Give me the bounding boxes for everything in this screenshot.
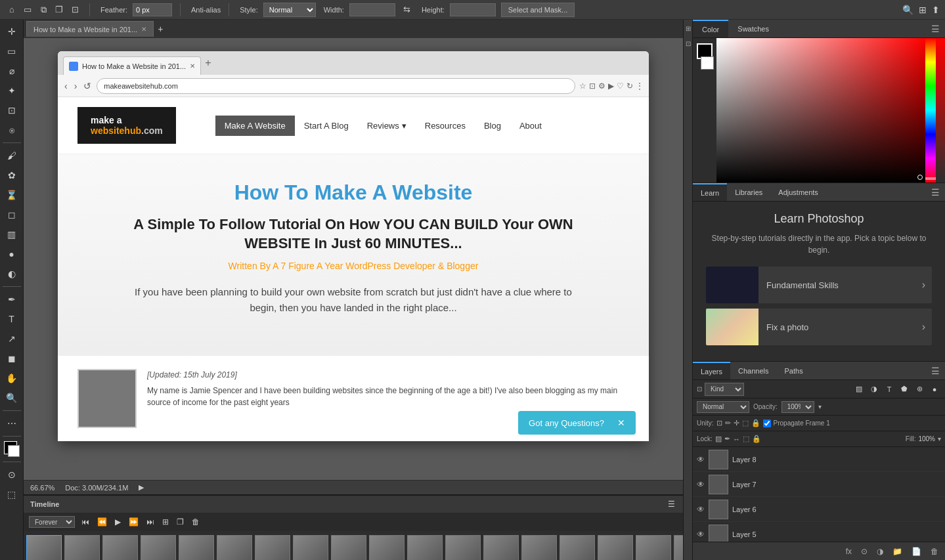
crop-tool[interactable]: ⊡ (3, 101, 21, 119)
layers-kind-select[interactable]: Kind (705, 383, 744, 396)
alpha-slider[interactable] (936, 38, 945, 183)
path-selection-tool[interactable]: ↗ (3, 330, 21, 348)
opacity-expand-icon[interactable]: ▾ (818, 403, 822, 410)
layer-row-2[interactable]: 👁 Layer 7 (693, 472, 945, 497)
timeline-frame-14[interactable]: 0.08s▾ (521, 535, 557, 560)
hand-tool[interactable]: ✋ (3, 369, 21, 387)
rectangle-select-tool[interactable]: ▭ (3, 42, 21, 60)
timeline-frame-9[interactable]: 0.08s▾ (331, 535, 366, 560)
chat-close-icon[interactable]: ✕ (617, 418, 625, 428)
bookmark-icon[interactable]: ☆ (579, 81, 586, 91)
lock-move-icon[interactable]: ↔ (733, 435, 740, 443)
extension3-icon[interactable]: ♡ (617, 81, 624, 91)
color-panel-menu[interactable]: ☰ (926, 24, 945, 34)
gradient-tool[interactable]: ▥ (3, 225, 21, 244)
lock-all2-icon[interactable]: 🔒 (752, 435, 761, 443)
lock-paint-icon[interactable]: ✒ (724, 435, 730, 443)
delete-frame-icon[interactable]: 🗑 (190, 516, 201, 528)
frame-back-icon[interactable]: ⏪ (96, 516, 108, 528)
dodge-tool[interactable]: ◐ (3, 265, 21, 283)
pixel-layer-filter[interactable]: ▨ (852, 383, 866, 396)
duplicate-frame-icon[interactable]: ❐ (175, 516, 185, 528)
select-and-mask-button[interactable]: Select and Mask... (501, 3, 575, 17)
timeline-frame-12[interactable]: 0.08s▾ (445, 535, 481, 560)
canvas-workspace[interactable]: How to Make a Website in 201... ✕ + ‹ › … (24, 38, 683, 480)
nav-start-blog[interactable]: Start A Blog (295, 116, 358, 136)
lasso-tool[interactable]: ⌀ (3, 62, 21, 80)
adjustment-layer-icon[interactable]: ◑ (874, 546, 886, 557)
feather-input[interactable] (133, 3, 172, 16)
arrange-icon[interactable]: ⊞ (919, 5, 927, 15)
layer-visibility-toggle[interactable]: 👁 (697, 505, 705, 514)
timeline-frame-6[interactable]: 0.08s▾ (217, 535, 252, 560)
timeline-frame-1[interactable]: 0.08s▾ (26, 535, 62, 560)
reader-icon[interactable]: ⊡ (589, 81, 596, 91)
layer-fx-icon[interactable]: fx (843, 546, 854, 557)
timeline-frame-16[interactable]: 0.08s▾ (598, 535, 633, 560)
nav-reviews[interactable]: Reviews ▾ (358, 116, 416, 136)
timeline-frame-18[interactable]: 0.08s▾ (674, 535, 683, 560)
group-layers-icon[interactable]: 📁 (890, 546, 905, 557)
libraries-tab[interactable]: Libraries (727, 183, 770, 201)
style-select[interactable]: Normal (263, 3, 316, 17)
document-tab[interactable]: How to Make a Website in 201... ✕ (26, 21, 154, 37)
lock-position-icon[interactable]: ✛ (734, 419, 739, 427)
duplicate-icon[interactable]: ❐ (53, 3, 66, 16)
extension4-icon[interactable]: ↻ (626, 81, 633, 91)
more-tools-icon[interactable]: ⋯ (3, 414, 21, 433)
layers-tab[interactable]: Layers (693, 362, 730, 379)
nav-blog[interactable]: Blog (475, 116, 510, 136)
channels-tab[interactable]: Channels (730, 362, 776, 379)
learn-card-fix-photo[interactable]: Fix a photo › (706, 309, 932, 345)
nav-about[interactable]: About (510, 116, 551, 136)
clone-stamp-tool[interactable]: ✿ (3, 166, 21, 184)
learn-panel-menu[interactable]: ☰ (926, 187, 945, 198)
smart-object-filter[interactable]: ⊛ (913, 383, 926, 396)
collapse-panel-icon[interactable]: ⊞ (686, 22, 691, 35)
width-input[interactable] (349, 3, 395, 16)
layer-visibility-toggle[interactable]: 👁 (697, 530, 705, 539)
share-icon[interactable]: ⬆ (932, 5, 940, 15)
propagate-checkbox[interactable] (763, 420, 771, 427)
timeline-frame-3[interactable]: 0.08s▾ (102, 535, 138, 560)
background-color-swatch[interactable] (701, 56, 714, 70)
timeline-frame-2[interactable]: 0.08s▾ (64, 535, 100, 560)
timeline-menu-icon[interactable]: ☰ (667, 498, 676, 510)
swatches-tab[interactable]: Swatches (728, 20, 778, 37)
layer-visibility-toggle[interactable]: 👁 (697, 480, 705, 489)
tab-close-icon[interactable]: ✕ (141, 26, 146, 33)
timeline-frame-17[interactable]: 0.08s▾ (636, 535, 671, 560)
zoom-tool[interactable]: 🔍 (3, 389, 21, 407)
timeline-frame-15[interactable]: 0.08s▾ (560, 535, 595, 560)
color-picker[interactable] (3, 440, 21, 458)
new-layer-icon[interactable]: 📄 (909, 546, 924, 557)
lock-image-icon[interactable]: ✏ (725, 419, 731, 427)
height-input[interactable] (450, 3, 496, 16)
history-brush-tool[interactable]: ⌛ (3, 186, 21, 204)
filter-icon[interactable]: ⊡ (697, 385, 702, 393)
blur-tool[interactable]: ● (3, 245, 21, 263)
brush-tool[interactable]: 🖌 (3, 146, 21, 165)
opacity-select[interactable]: 100% (781, 401, 814, 413)
add-mask-icon[interactable]: ⊙ (858, 546, 870, 557)
pen-tool[interactable]: ✒ (3, 290, 21, 309)
next-frame-icon[interactable]: ⏭ (145, 516, 156, 528)
eraser-tool[interactable]: ◻ (3, 205, 21, 224)
frame-icon[interactable]: ⬚ (3, 485, 21, 504)
timeline-frame-4[interactable]: 0.08s▾ (141, 535, 176, 560)
layer-visibility-toggle[interactable]: 👁 (697, 455, 705, 464)
lock-pixel-icon[interactable]: ▨ (715, 435, 722, 443)
loop-select[interactable]: Forever (29, 516, 75, 528)
browser-tab[interactable]: How to Make a Website in 201... ✕ (63, 56, 201, 75)
browser-new-tab[interactable]: + (201, 57, 215, 69)
prev-frame-icon[interactable]: ⏮ (80, 516, 91, 528)
timeline-frame-13[interactable]: 0.08s▾ (483, 535, 519, 560)
eyedropper-tool[interactable]: ⍟ (3, 121, 21, 139)
paths-tab[interactable]: Paths (777, 362, 811, 379)
nav-forward-icon[interactable]: › (73, 79, 79, 93)
layer-row-3[interactable]: 👁 Layer 6 (693, 497, 945, 522)
nav-make-website[interactable]: Make A Website (215, 116, 295, 136)
timeline-frame-5[interactable]: 0.08s▾ (179, 535, 214, 560)
extension1-icon[interactable]: ⚙ (598, 81, 605, 91)
color-gradient-picker[interactable] (716, 38, 925, 183)
